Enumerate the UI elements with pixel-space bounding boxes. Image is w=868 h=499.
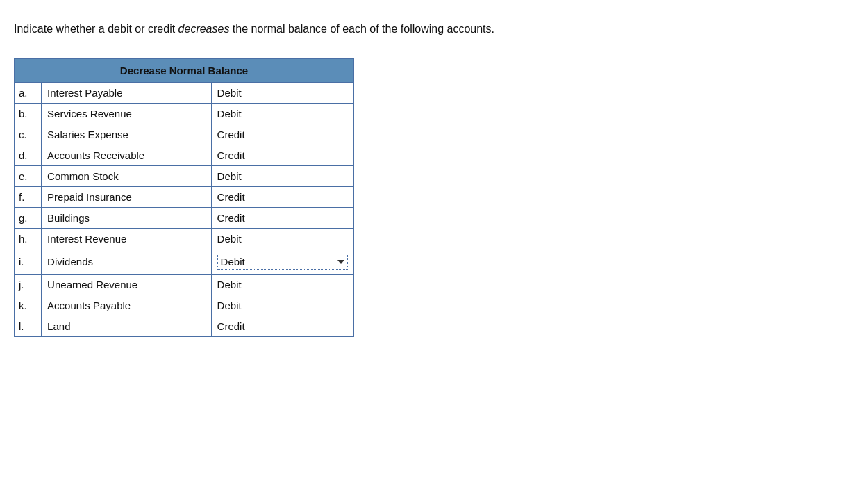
instruction-before: Indicate whether a debit or credit xyxy=(14,23,178,35)
table-row: a.Interest PayableDebit xyxy=(15,83,354,104)
row-value: Credit xyxy=(211,187,353,208)
row-account: Interest Payable xyxy=(42,83,212,104)
row-letter: d. xyxy=(15,145,42,166)
row-account: Dividends xyxy=(42,250,212,275)
dropdown-value: Debit xyxy=(221,256,245,268)
row-account: Salaries Expense xyxy=(42,124,212,145)
table-header: Decrease Normal Balance xyxy=(15,59,354,83)
chevron-down-icon xyxy=(337,260,344,264)
row-account: Buildings xyxy=(42,208,212,229)
row-account: Accounts Receivable xyxy=(42,145,212,166)
row-value: Debit xyxy=(211,295,353,316)
table-row: h.Interest RevenueDebit xyxy=(15,229,354,250)
row-value[interactable]: Debit xyxy=(211,250,353,275)
table-row: k.Accounts PayableDebit xyxy=(15,295,354,316)
row-letter: g. xyxy=(15,208,42,229)
row-value: Debit xyxy=(211,229,353,250)
table-row: l.LandCredit xyxy=(15,316,354,337)
row-account: Interest Revenue xyxy=(42,229,212,250)
row-account: Prepaid Insurance xyxy=(42,187,212,208)
row-account: Unearned Revenue xyxy=(42,275,212,295)
row-value: Debit xyxy=(211,83,353,104)
row-value: Credit xyxy=(211,316,353,337)
row-value: Debit xyxy=(211,275,353,295)
decrease-normal-balance-table: Decrease Normal Balance a.Interest Payab… xyxy=(14,58,354,337)
table-row: j.Unearned RevenueDebit xyxy=(15,275,354,295)
row-letter: j. xyxy=(15,275,42,295)
table-row: b.Services RevenueDebit xyxy=(15,104,354,124)
instruction-text: Indicate whether a debit or credit decre… xyxy=(14,21,854,38)
row-letter: h. xyxy=(15,229,42,250)
row-value: Credit xyxy=(211,208,353,229)
row-account: Services Revenue xyxy=(42,104,212,124)
dropdown-cell[interactable]: Debit xyxy=(217,254,348,270)
instruction-italic: decreases xyxy=(178,23,230,35)
table-wrapper: Decrease Normal Balance a.Interest Payab… xyxy=(14,58,354,337)
row-letter: e. xyxy=(15,166,42,187)
row-letter: a. xyxy=(15,83,42,104)
instruction-after: the normal balance of each of the follow… xyxy=(229,23,494,35)
row-value: Debit xyxy=(211,166,353,187)
table-row: f.Prepaid InsuranceCredit xyxy=(15,187,354,208)
row-letter: b. xyxy=(15,104,42,124)
table-row: c.Salaries ExpenseCredit xyxy=(15,124,354,145)
row-letter: l. xyxy=(15,316,42,337)
table-row: i.DividendsDebit xyxy=(15,250,354,275)
table-row: e.Common StockDebit xyxy=(15,166,354,187)
row-letter: k. xyxy=(15,295,42,316)
row-letter: f. xyxy=(15,187,42,208)
row-account: Common Stock xyxy=(42,166,212,187)
row-value: Credit xyxy=(211,145,353,166)
row-letter: i. xyxy=(15,250,42,275)
row-account: Land xyxy=(42,316,212,337)
row-value: Credit xyxy=(211,124,353,145)
row-account: Accounts Payable xyxy=(42,295,212,316)
row-value: Debit xyxy=(211,104,353,124)
table-row: d.Accounts ReceivableCredit xyxy=(15,145,354,166)
row-letter: c. xyxy=(15,124,42,145)
table-row: g.BuildingsCredit xyxy=(15,208,354,229)
